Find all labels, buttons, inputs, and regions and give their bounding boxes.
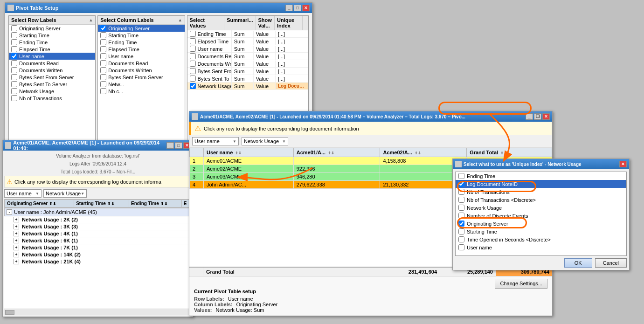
row-labels-list[interactable]: Originating Server Starting Time Ending … xyxy=(9,25,95,148)
val-check-username[interactable] xyxy=(190,46,196,52)
ud-item-username[interactable]: User name xyxy=(456,243,626,251)
th-grand[interactable]: Grand Total ⬆⬇ xyxy=(467,148,552,157)
ud-item-log-noteid[interactable]: Log Document NoteID xyxy=(456,180,626,188)
col-item-bytes-from[interactable]: Bytes Sent From Server xyxy=(98,74,184,81)
change-settings-button[interactable]: Change Settings... xyxy=(495,279,547,289)
hscroll-thumb[interactable] xyxy=(5,310,14,315)
expand-4k-icon[interactable]: + xyxy=(14,231,19,236)
expand-2k-icon[interactable]: + xyxy=(14,217,19,222)
row-item-docs-read[interactable]: Documents Read xyxy=(9,60,95,67)
col-label-main-dropdown[interactable]: Network Usage ▼ xyxy=(242,137,288,145)
bg-row-3k[interactable]: + Network Usage : 3K (3) xyxy=(4,223,192,230)
ud-check-username[interactable] xyxy=(458,244,464,250)
bg-row-14k[interactable]: + Network Usage : 14K (2) xyxy=(4,251,192,258)
vol-bg-hscroll[interactable] xyxy=(4,309,192,315)
ud-check-log-noteid[interactable] xyxy=(458,181,464,187)
vol-main-restore[interactable]: ❐ xyxy=(534,113,541,120)
row-check-originating[interactable] xyxy=(11,25,17,31)
row-item-ending[interactable]: Ending Time xyxy=(9,39,95,46)
row-check-elapsed[interactable] xyxy=(11,46,17,52)
val-check-docs-read[interactable] xyxy=(190,53,196,59)
val-row-docs-read[interactable]: Documents Read Sum Value [...] xyxy=(187,53,308,60)
val-row-elapsed[interactable]: Elapsed Time Sum Value [...] xyxy=(187,38,308,45)
col-check-ending[interactable] xyxy=(100,39,106,45)
ud-check-ending[interactable] xyxy=(458,173,464,179)
ud-check-originating[interactable] xyxy=(458,221,464,227)
ud-item-nb-trans-discrete[interactable]: Nb of Transactions <Discrete> xyxy=(456,196,626,204)
unique-index-value[interactable]: Log Document NoteID,... xyxy=(276,83,308,89)
row-item-network[interactable]: Network Usage xyxy=(9,88,95,95)
bg-row-2k[interactable]: + Network Usage : 2K (2) xyxy=(4,216,192,223)
row-item-elapsed[interactable]: Elapsed Time xyxy=(9,46,95,53)
val-check-bytes-from[interactable] xyxy=(190,68,196,74)
val-row-username[interactable]: User name Sum Value [...] xyxy=(187,45,308,53)
col-check-nbc[interactable] xyxy=(100,88,106,94)
expand-21k-icon[interactable]: + xyxy=(14,259,19,264)
vol-main-minimize[interactable]: _ xyxy=(526,113,533,120)
val-row-network[interactable]: Network Usage Sum Value Log Document Not… xyxy=(187,83,308,90)
row-check-docs-read[interactable] xyxy=(11,60,17,66)
row-check-docs-written[interactable] xyxy=(11,67,17,73)
row-check-starting[interactable] xyxy=(11,32,17,38)
row-check-bytes-from[interactable] xyxy=(11,74,17,80)
row-check-bytes-to[interactable] xyxy=(11,81,17,87)
ud-item-originating[interactable]: Originating Server xyxy=(456,220,626,227)
col-item-docs-written[interactable]: Documents Written xyxy=(98,67,184,74)
ud-item-ending[interactable]: Ending Time xyxy=(456,172,626,180)
vol-main-close[interactable]: ✕ xyxy=(542,113,550,120)
row-item-nb-trans[interactable]: Nb of Transactions xyxy=(9,95,95,102)
expand-6k-icon[interactable]: + xyxy=(14,238,19,243)
col-item-elapsed[interactable]: Elapsed Time xyxy=(98,46,184,53)
bg-row-21k[interactable]: + Network Usage : 21K (4) xyxy=(4,258,192,265)
unique-dialog-close[interactable]: ✕ xyxy=(619,161,627,167)
row-check-nb-trans[interactable] xyxy=(11,95,17,101)
ud-item-time-opened[interactable]: Time Opened in Seconds <Discrete> xyxy=(456,235,626,243)
bg-row-7k[interactable]: + Network Usage : 7K (1) xyxy=(4,244,192,251)
val-check-bytes-to[interactable] xyxy=(190,76,196,82)
val-check-elapsed[interactable] xyxy=(190,38,196,44)
val-check-docs-written[interactable] xyxy=(190,61,196,67)
val-check-network[interactable] xyxy=(190,83,196,89)
ud-check-nb-trans-discrete[interactable] xyxy=(458,197,464,203)
row-item-bytes-from[interactable]: Bytes Sent From Server xyxy=(9,74,95,81)
col-label-dropdown[interactable]: Network Usage ▼ xyxy=(43,189,87,198)
col-check-docs-written[interactable] xyxy=(100,67,106,73)
pivot-setup-titlebar[interactable]: Pivot Table Setup _ □ ✕ xyxy=(5,3,312,13)
val-row-ending[interactable]: Ending Time Sum Value [...] xyxy=(187,30,308,38)
val-check-ending[interactable] xyxy=(190,31,196,37)
bg-row-6k[interactable]: + Network Usage : 6K (1) xyxy=(4,237,192,244)
col-check-originating[interactable] xyxy=(100,25,106,31)
col-item-starting[interactable]: Starting Time xyxy=(98,32,184,39)
row-check-network[interactable] xyxy=(11,88,17,94)
th-acme01[interactable]: Acme01/A... ⬆⬇ xyxy=(293,148,380,157)
ud-item-nb-trans[interactable]: Nb of Transactions xyxy=(456,188,626,196)
col-item-originating[interactable]: Originating Server xyxy=(98,25,184,32)
row-label-dropdown[interactable]: User name ▼ xyxy=(4,189,42,198)
expand-7k-icon[interactable]: + xyxy=(14,245,19,250)
col-item-ending[interactable]: Ending Time xyxy=(98,39,184,46)
ud-check-nb-trans[interactable] xyxy=(458,189,464,195)
row-scroll-arrow[interactable]: ▲ xyxy=(89,18,93,22)
expand-14k-icon[interactable]: + xyxy=(14,252,19,257)
row-check-username[interactable] xyxy=(11,53,17,59)
expand-3k-icon[interactable]: + xyxy=(14,224,19,229)
row-item-starting[interactable]: Starting Time xyxy=(9,32,95,39)
col-item-nbc[interactable]: Nb c... xyxy=(98,88,184,95)
unique-index-list[interactable]: Ending Time Log Document NoteID Nb of Tr… xyxy=(455,172,627,256)
col-item-docs-read[interactable]: Documents Read xyxy=(98,60,184,67)
row-check-ending[interactable] xyxy=(11,39,17,45)
col-check-docs-read[interactable] xyxy=(100,60,106,66)
val-row-bytes-to[interactable]: Bytes Sent To Server Sum Value [...] xyxy=(187,75,308,83)
maximize-button[interactable]: □ xyxy=(294,5,301,11)
bg-row-4k[interactable]: + Network Usage : 4K (1) xyxy=(4,230,192,237)
col-scroll-arrow[interactable]: ▲ xyxy=(178,18,182,22)
row-item-originating[interactable]: Originating Server xyxy=(9,25,95,32)
th-username[interactable]: User name ⬆⬇ xyxy=(204,148,294,157)
col-check-elapsed[interactable] xyxy=(100,46,106,52)
ud-item-starting[interactable]: Starting Time xyxy=(456,227,626,235)
val-row-docs-written[interactable]: Documents Written Sum Value [...] xyxy=(187,60,308,68)
ud-check-num-discrete[interactable] xyxy=(458,213,464,219)
unique-dialog-titlebar[interactable]: Select what to use as 'Unique Index' - N… xyxy=(453,159,629,169)
vol-bg-maximize[interactable]: □ xyxy=(175,142,182,149)
col-check-username[interactable] xyxy=(100,53,106,59)
